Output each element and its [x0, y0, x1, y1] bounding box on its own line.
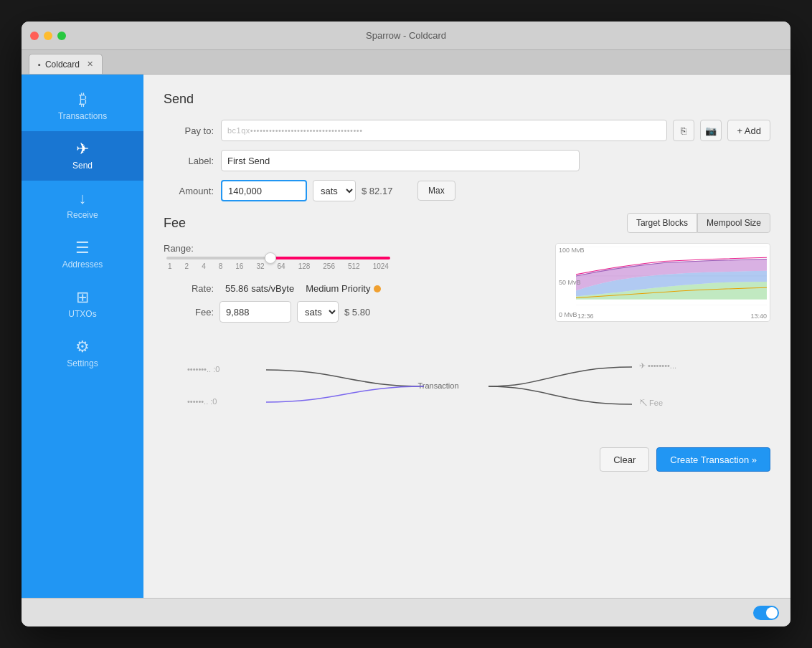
content-area: Send Pay to: ⎘ 📷 + Add Label: [143, 75, 790, 598]
svg-text:✈ ••••••••...: ✈ ••••••••... [639, 361, 676, 370]
send-section-title: Send [164, 92, 770, 107]
rate-row: Rate: 55.86 sats/vByte Medium Priority [164, 283, 544, 294]
utxos-label: UTXOs [68, 309, 96, 319]
fee-header: Fee Target Blocks Mempool Size [164, 213, 770, 233]
chart-y-labels: 100 MvB 50 MvB 0 MvB [556, 244, 587, 321]
svg-text:⛏ Fee: ⛏ Fee [639, 399, 663, 407]
chart-y-0: 0 MvB [559, 311, 585, 318]
amount-label: Amount: [164, 186, 214, 196]
amount-usd: $ 82.17 [362, 186, 412, 196]
pay-to-row: Pay to: ⎘ 📷 + Add [164, 120, 770, 141]
rate-value: 55.86 sats/vByte [225, 283, 294, 294]
bitcoin-icon: ₿ [79, 92, 87, 108]
pay-to-label: Pay to: [164, 125, 214, 136]
minimize-button[interactable] [44, 32, 52, 40]
priority-badge: Medium Priority [306, 283, 381, 294]
transaction-diagram: •••••••.. :0 ••••••.. :0 ✈ ••••••••... ⛏… [164, 340, 770, 433]
priority-dot-icon [374, 285, 381, 292]
fee-btn-group: Target Blocks Mempool Size [627, 213, 770, 233]
bottom-bar [22, 598, 790, 626]
transactions-label: Transactions [58, 111, 107, 121]
fee-section-title: Fee [164, 216, 186, 231]
titlebar: Sparrow - Coldcard [22, 22, 790, 50]
mempool-chart: 100 MvB 50 MvB 0 MvB [555, 243, 770, 322]
sidebar-item-utxos[interactable]: ⊞ UTXOs [22, 280, 143, 329]
receive-label: Receive [67, 210, 98, 220]
svg-text:•••••••.. :0: •••••••.. :0 [187, 365, 219, 373]
fee-unit-select[interactable]: sats [297, 301, 339, 323]
app-window: Sparrow - Coldcard ▪ Coldcard ✕ ₿ Transa… [22, 22, 790, 626]
window-title: Sparrow - Coldcard [366, 30, 446, 41]
add-button[interactable]: + Add [727, 120, 770, 141]
tab-label: Coldcard [45, 59, 80, 70]
sidebar-item-settings[interactable]: ⚙ Settings [22, 329, 143, 378]
settings-label: Settings [67, 358, 98, 368]
clear-button[interactable]: Clear [600, 447, 649, 472]
tab-close-icon[interactable]: ✕ [87, 59, 93, 69]
priority-label: Medium Priority [306, 283, 370, 294]
svg-text:Transaction: Transaction [417, 381, 458, 390]
chart-y-50: 50 MvB [559, 279, 585, 286]
fee-usd: $ 5.80 [344, 307, 395, 318]
addresses-label: Addresses [62, 259, 103, 270]
traffic-lights [30, 32, 66, 40]
pay-to-input[interactable] [221, 120, 667, 141]
sidebar-item-transactions[interactable]: ₿ Transactions [22, 82, 143, 131]
chart-x-labels: 12:36 13:40 [577, 313, 767, 320]
chart-y-100: 100 MvB [559, 247, 585, 254]
coldcard-tab[interactable]: ▪ Coldcard ✕ [29, 54, 103, 74]
max-button[interactable]: Max [417, 181, 455, 201]
mempool-size-button[interactable]: Mempool Size [697, 213, 770, 233]
fee-slider-track [166, 257, 390, 259]
label-row: Label: [164, 150, 770, 171]
fee-label: Fee: [164, 307, 214, 318]
range-label: Range: [164, 243, 194, 254]
send-icon: ✈ [76, 141, 89, 157]
slider-labels: 1 2 4 8 16 32 64 128 256 512 [166, 262, 390, 270]
receive-icon: ↓ [79, 191, 87, 206]
sidebar-item-receive[interactable]: ↓ Receive [22, 181, 143, 230]
label-label: Label: [164, 156, 214, 166]
rate-label: Rate: [164, 283, 214, 294]
label-input[interactable] [221, 150, 580, 171]
add-button-label: + Add [737, 125, 761, 136]
amount-container: sats BTC $ 82.17 Max [221, 180, 455, 201]
utxos-icon: ⊞ [76, 290, 89, 305]
amount-input[interactable] [221, 180, 307, 201]
create-transaction-button[interactable]: Create Transaction » [656, 447, 770, 472]
send-label: Send [72, 161, 93, 171]
amount-row: Amount: sats BTC $ 82.17 Max [164, 180, 770, 201]
main-content: ₿ Transactions ✈ Send ↓ Receive ☰ Addres… [22, 75, 790, 598]
pay-to-container: ⎘ 📷 + Add [221, 120, 770, 141]
fee-input[interactable] [219, 301, 291, 323]
copy-icon[interactable]: ⎘ [673, 120, 694, 141]
chart-svg [576, 247, 767, 305]
range-row: Range: 1 2 4 8 [164, 243, 544, 275]
diagram-svg: •••••••.. :0 ••••••.. :0 ✈ ••••••••... ⛏… [164, 340, 770, 433]
camera-icon[interactable]: 📷 [700, 120, 722, 141]
sidebar: ₿ Transactions ✈ Send ↓ Receive ☰ Addres… [22, 75, 143, 598]
close-button[interactable] [30, 32, 39, 40]
footer-actions: Clear Create Transaction » [164, 447, 770, 472]
fee-body: Range: 1 2 4 8 [164, 243, 770, 323]
sidebar-item-addresses[interactable]: ☰ Addresses [22, 230, 143, 280]
fee-row: Fee: sats $ 5.80 [164, 301, 544, 323]
settings-icon: ⚙ [75, 339, 90, 355]
tab-bar: ▪ Coldcard ✕ [22, 50, 790, 75]
maximize-button[interactable] [57, 32, 66, 40]
target-blocks-button[interactable]: Target Blocks [627, 213, 697, 233]
fee-section: Fee Target Blocks Mempool Size Range: [164, 213, 770, 323]
svg-text:••••••.. :0: ••••••.. :0 [187, 397, 217, 406]
toggle-switch[interactable] [753, 606, 779, 620]
tab-icon: ▪ [38, 60, 41, 69]
fee-left: Range: 1 2 4 8 [164, 243, 544, 323]
sidebar-item-send[interactable]: ✈ Send [22, 131, 143, 181]
addresses-icon: ☰ [75, 240, 90, 256]
amount-unit-select[interactable]: sats BTC [313, 180, 356, 201]
toggle-thumb [766, 607, 778, 619]
chart-x-end: 13:40 [750, 313, 767, 320]
